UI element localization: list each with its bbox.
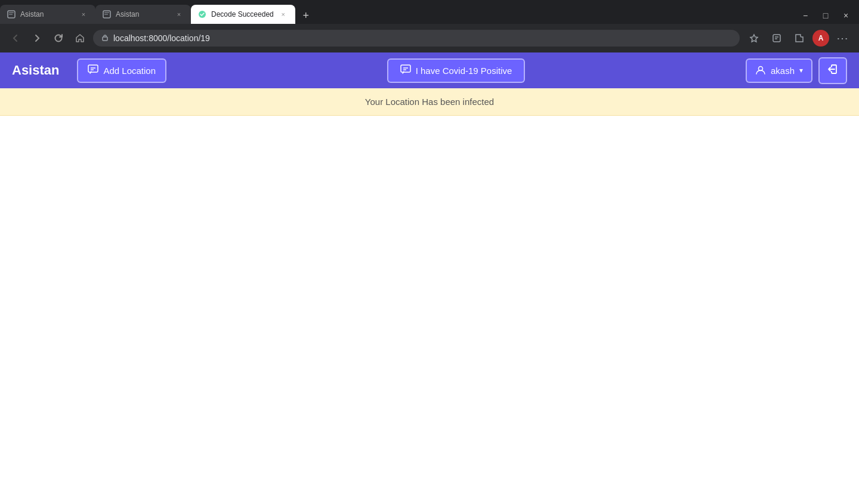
- more-options-button[interactable]: ⋯: [833, 29, 852, 48]
- toolbar: localhost:8000/location/19 A: [0, 24, 859, 52]
- svg-rect-7: [103, 37, 107, 41]
- covid-button-label: I have Covid-19 Positive: [416, 66, 512, 76]
- logout-button[interactable]: [818, 57, 847, 84]
- nav-center: I have Covid-19 Positive: [166, 58, 746, 83]
- reading-list-button[interactable]: [767, 29, 786, 48]
- tab-close-3[interactable]: ×: [279, 10, 288, 19]
- address-text: localhost:8000/location/19: [113, 33, 210, 43]
- tab-asistan-1[interactable]: Asistan ×: [0, 5, 95, 24]
- app-navbar: Asistan Add Location I have Covid-19 P: [0, 52, 859, 88]
- window-close[interactable]: ×: [838, 7, 854, 24]
- window-maximize[interactable]: □: [817, 7, 834, 24]
- covid-positive-button[interactable]: I have Covid-19 Positive: [387, 58, 526, 83]
- tab-bar-inner: Asistan × Asistan ×: [0, 5, 792, 24]
- user-menu-button[interactable]: akash ▾: [746, 58, 812, 83]
- add-location-chat-icon: [88, 64, 98, 77]
- toolbar-actions: A ⋯: [744, 29, 852, 48]
- address-bar[interactable]: localhost:8000/location/19: [93, 30, 740, 47]
- alert-message: Your Location Has been infected: [365, 97, 494, 107]
- tab-title-3: Decode Succeeded: [211, 10, 274, 18]
- nav-right: akash ▾: [746, 57, 847, 84]
- profile-button[interactable]: A: [812, 30, 829, 47]
- tab-page-icon-1: [7, 10, 16, 18]
- tab-page-icon-2: [103, 10, 111, 18]
- tab-close-1[interactable]: ×: [79, 10, 88, 19]
- alert-banner: Your Location Has been infected: [0, 88, 859, 116]
- svg-rect-9: [773, 35, 780, 42]
- svg-rect-15: [401, 65, 410, 72]
- reload-button[interactable]: [50, 30, 67, 47]
- tab-asistan-2[interactable]: Asistan ×: [95, 5, 191, 24]
- user-dropdown-icon: ▾: [799, 66, 803, 75]
- new-tab-button[interactable]: +: [298, 7, 314, 24]
- home-button[interactable]: [72, 30, 88, 47]
- app-logo[interactable]: Asistan: [12, 63, 59, 78]
- add-location-button[interactable]: Add Location: [77, 58, 166, 83]
- tab-bar: Asistan × Asistan ×: [0, 0, 859, 24]
- tab-title-1: Asistan: [20, 10, 74, 18]
- extensions-button[interactable]: [790, 29, 809, 48]
- svg-rect-12: [88, 65, 98, 72]
- user-icon: [755, 64, 766, 77]
- browser-chrome: Asistan × Asistan ×: [0, 0, 859, 52]
- window-controls: − □ ×: [792, 7, 859, 24]
- svg-marker-8: [750, 35, 758, 42]
- tab-decode-icon: [198, 10, 206, 18]
- add-location-label: Add Location: [103, 66, 156, 76]
- username-label: akash: [771, 66, 795, 76]
- tab-decode-succeeded[interactable]: Decode Succeeded ×: [191, 5, 295, 24]
- bookmark-star-button[interactable]: [744, 29, 764, 48]
- back-button[interactable]: [7, 30, 24, 47]
- logout-icon: [827, 63, 839, 78]
- forward-button[interactable]: [29, 30, 45, 47]
- lock-icon: [101, 34, 109, 43]
- tab-title-2: Asistan: [116, 10, 169, 18]
- tab-close-2[interactable]: ×: [174, 10, 184, 19]
- covid-chat-icon: [400, 64, 411, 77]
- window-minimize[interactable]: −: [797, 7, 814, 24]
